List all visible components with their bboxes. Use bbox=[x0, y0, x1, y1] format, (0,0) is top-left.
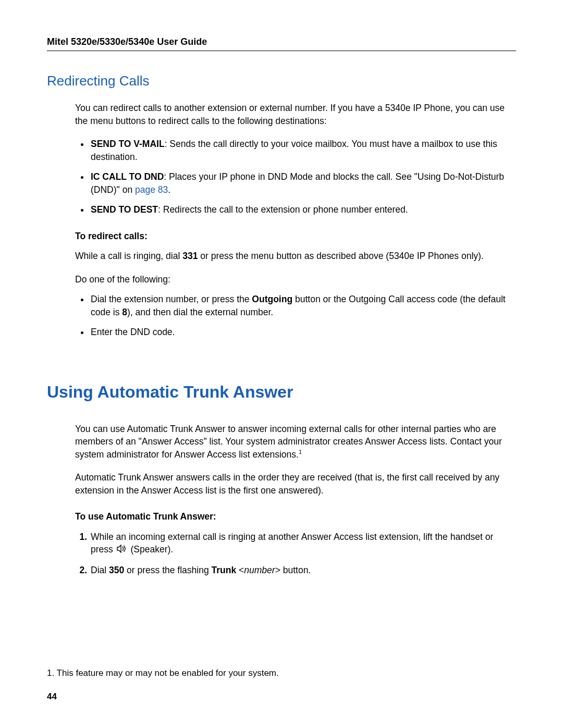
procedure-step-list: While an incoming external call is ringi… bbox=[75, 530, 516, 577]
section-automatic-trunk-answer-body: You can use Automatic Trunk Answer to an… bbox=[75, 423, 516, 577]
body-paragraph: Automatic Trunk Answer answers calls in … bbox=[75, 471, 516, 497]
bullet-text: . bbox=[168, 184, 170, 195]
text-fragment: You can use Automatic Trunk Answer to an… bbox=[75, 424, 502, 460]
list-item: Dial 350 or press the flashing Trunk <nu… bbox=[90, 564, 516, 577]
dial-code: 331 bbox=[182, 251, 198, 261]
section-redirecting-calls-body: You can redirect calls to another extens… bbox=[75, 102, 516, 339]
bullet-label: SEND TO V-MAIL bbox=[91, 139, 165, 149]
text-fragment: Dial bbox=[91, 565, 109, 575]
body-paragraph: You can use Automatic Trunk Answer to an… bbox=[75, 423, 516, 461]
button-name: Outgoing bbox=[252, 294, 292, 304]
list-item: SEND TO V-MAIL: Sends the call directly … bbox=[90, 138, 516, 163]
procedure-label: To redirect calls: bbox=[75, 230, 516, 243]
section-automatic-trunk-answer-title: Using Automatic Trunk Answer bbox=[47, 382, 516, 402]
procedure-bullet-list: Dial the extension number, or press the … bbox=[75, 293, 516, 339]
button-name: Trunk bbox=[212, 565, 237, 575]
procedure-text: Do one of the following: bbox=[75, 273, 516, 286]
procedure-label: To use Automatic Trunk Answer: bbox=[75, 510, 516, 523]
page-number: 44 bbox=[47, 692, 57, 702]
text-fragment: or press the menu button as described ab… bbox=[198, 251, 483, 261]
list-item: IC CALL TO DND: Places your IP phone in … bbox=[90, 170, 516, 196]
text-fragment: Dial the extension number, or press the bbox=[91, 294, 252, 304]
bullet-text: : Redirects the call to the extension or… bbox=[158, 204, 408, 215]
procedure-text: While a call is ringing, dial 331 or pre… bbox=[75, 250, 516, 263]
intro-paragraph: You can redirect calls to another extens… bbox=[75, 102, 516, 127]
default-code: 8 bbox=[122, 307, 127, 317]
list-item: While an incoming external call is ringi… bbox=[90, 530, 516, 557]
list-item: SEND TO DEST: Redirects the call to the … bbox=[90, 203, 516, 216]
list-item: Enter the DND code. bbox=[90, 326, 516, 339]
text-fragment: or press the flashing bbox=[124, 565, 211, 575]
bullet-label: SEND TO DEST bbox=[91, 204, 158, 215]
text-fragment: < bbox=[236, 565, 244, 575]
text-fragment: ), and then dial the external number. bbox=[127, 307, 273, 317]
page-link[interactable]: page 83 bbox=[135, 184, 168, 195]
footnote: 1. This feature may or may not be enable… bbox=[47, 668, 516, 678]
running-head: Mitel 5320e/5330e/5340e User Guide bbox=[47, 36, 516, 51]
text-fragment: (Speaker). bbox=[128, 544, 174, 554]
text-fragment: > button. bbox=[275, 565, 311, 575]
placeholder-text: number bbox=[244, 565, 275, 575]
section-redirecting-calls-title: Redirecting Calls bbox=[47, 73, 516, 89]
speaker-icon bbox=[117, 544, 127, 557]
text-fragment: While a call is ringing, dial bbox=[75, 251, 182, 261]
page: Mitel 5320e/5330e/5340e User Guide Redir… bbox=[0, 0, 563, 728]
bullet-label: IC CALL TO DND bbox=[91, 171, 164, 182]
list-item: Dial the extension number, or press the … bbox=[90, 293, 516, 318]
dial-code: 350 bbox=[109, 565, 124, 575]
footnote-ref: 1 bbox=[299, 449, 302, 455]
destination-bullet-list: SEND TO V-MAIL: Sends the call directly … bbox=[75, 138, 516, 216]
